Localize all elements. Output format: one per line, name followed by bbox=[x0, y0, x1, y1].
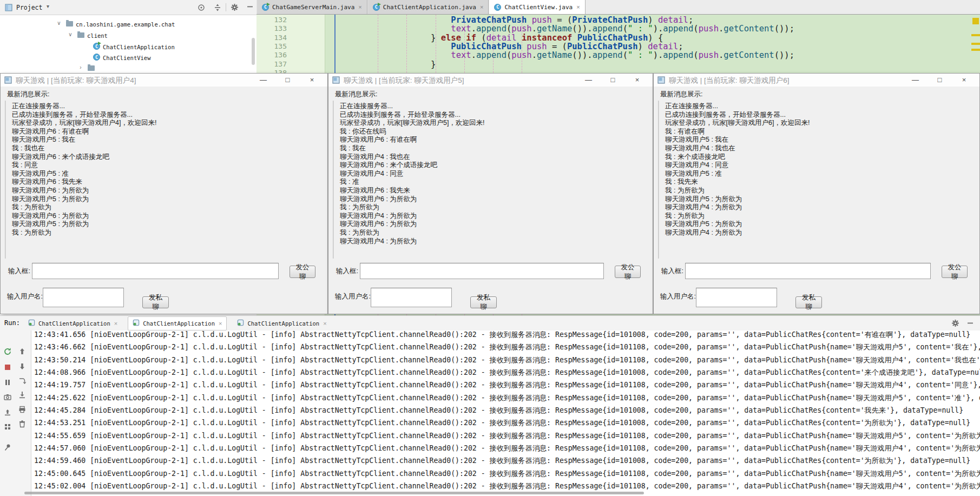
line-number: 135 bbox=[274, 42, 287, 50]
chevron-right-icon[interactable]: › bbox=[78, 64, 83, 70]
tree-item[interactable]: CChatClientView bbox=[0, 54, 256, 62]
chevron-down-icon[interactable]: ▾ bbox=[47, 3, 49, 9]
chat-message: 聊天游戏用户6 : 为所欲为 bbox=[12, 212, 156, 221]
chat-message: 已成功连接到服务器，开始登录服务器... bbox=[12, 111, 156, 120]
horizontal-scrollbar[interactable] bbox=[24, 492, 644, 494]
close-button[interactable]: × bbox=[625, 74, 649, 87]
code-token: ) { bbox=[648, 33, 663, 43]
chevron-down-icon[interactable]: ∨ bbox=[56, 20, 62, 26]
code-token: = ( bbox=[552, 15, 572, 25]
maximize-button[interactable]: □ bbox=[928, 74, 952, 87]
soft-wrap-icon[interactable] bbox=[18, 376, 27, 385]
close-icon[interactable]: × bbox=[358, 4, 361, 10]
print-icon[interactable] bbox=[18, 405, 27, 414]
username-input[interactable] bbox=[696, 288, 777, 307]
send-public-button[interactable]: 发公聊 bbox=[942, 266, 968, 278]
close-icon[interactable]: × bbox=[219, 320, 222, 327]
thread-dump-icon[interactable] bbox=[3, 393, 12, 401]
close-button[interactable]: × bbox=[300, 74, 324, 87]
console-line: 12:45:02.004 [nioEventLoopGroup-2-1] c.l… bbox=[34, 480, 980, 492]
run-tab-label: ChatClientApplication bbox=[38, 320, 110, 327]
message-input[interactable] bbox=[32, 263, 279, 279]
line-number: 137 bbox=[274, 60, 287, 68]
close-icon[interactable]: × bbox=[323, 320, 326, 327]
send-public-button[interactable]: 发公聊 bbox=[290, 266, 315, 278]
send-private-button[interactable]: 发私聊 bbox=[142, 296, 169, 308]
editor-tab-ChatClientApplication[interactable]: CChatClientApplication.java× bbox=[367, 0, 489, 14]
username-input[interactable] bbox=[371, 288, 452, 307]
close-icon[interactable]: × bbox=[480, 4, 483, 10]
window-titlebar[interactable]: 聊天游戏 | [当前玩家: 聊天游戏用户4] — □ × bbox=[1, 74, 327, 87]
restore-layout-icon[interactable] bbox=[3, 408, 12, 416]
rerun-icon[interactable] bbox=[3, 347, 12, 356]
clear-console-icon[interactable] bbox=[18, 420, 27, 428]
locate-icon[interactable] bbox=[197, 3, 206, 12]
message-input[interactable] bbox=[685, 263, 931, 279]
warning-stripe-mark[interactable] bbox=[971, 43, 980, 45]
code-token: append bbox=[476, 50, 507, 60]
down-stack-trace-icon[interactable] bbox=[18, 362, 27, 371]
username-input[interactable] bbox=[43, 288, 124, 307]
project-scrollbar[interactable] bbox=[252, 38, 255, 65]
chat-message: 聊天游戏用户5 : 准 bbox=[665, 170, 810, 178]
message-input[interactable] bbox=[360, 263, 604, 279]
tree-item[interactable]: CChatClientApplication bbox=[0, 43, 256, 51]
close-icon[interactable]: × bbox=[114, 320, 117, 327]
editor-tab-ChatGameServerMain[interactable]: CChatGameServerMain.java× bbox=[256, 0, 367, 14]
scroll-to-end-icon[interactable] bbox=[18, 391, 27, 399]
send-private-button[interactable]: 发私聊 bbox=[795, 296, 822, 308]
minimize-button[interactable]: — bbox=[251, 74, 275, 87]
gear-icon[interactable] bbox=[951, 319, 959, 329]
project-panel-title[interactable]: Project bbox=[16, 4, 42, 11]
chat-message: 聊天游戏用户4 : 我也在 bbox=[340, 153, 484, 162]
minimize-button[interactable]: — bbox=[576, 74, 601, 87]
tree-item[interactable]: ∨client bbox=[0, 31, 256, 40]
chat-message: 聊天游戏用户5 : 我在 bbox=[12, 136, 156, 144]
hide-panel-icon[interactable] bbox=[246, 2, 254, 11]
tree-item[interactable]: ∨cn.laoshini.game.example.chat bbox=[0, 20, 256, 29]
code-token: else bbox=[441, 33, 461, 43]
code-token: push bbox=[699, 24, 719, 34]
stop-icon[interactable] bbox=[3, 363, 12, 372]
pin-icon[interactable] bbox=[3, 443, 12, 452]
editor-tab-ChatClientView[interactable]: CChatClientView.java× bbox=[489, 0, 585, 14]
console[interactable]: 12:43:41.656 [nioEventLoopGroup-2-1] c.l… bbox=[31, 330, 980, 496]
run-tab[interactable]: ChatClientApplication× bbox=[128, 316, 227, 330]
settings-grid-icon[interactable] bbox=[3, 422, 12, 431]
editor-tab-label: ChatGameServerMain.java bbox=[272, 4, 354, 11]
code-line: PublicChatPush push = (PublicChatPush) d… bbox=[325, 42, 683, 51]
warning-stripe-mark[interactable] bbox=[972, 18, 979, 24]
run-tab[interactable]: ChatClientApplication× bbox=[232, 316, 331, 330]
console-line: 12:44:55.659 [nioEventLoopGroup-2-1] c.l… bbox=[34, 429, 980, 442]
minimize-button[interactable]: — bbox=[903, 74, 928, 87]
send-private-button[interactable]: 发私聊 bbox=[470, 296, 497, 308]
chevron-down-icon[interactable]: ∨ bbox=[68, 31, 73, 37]
window-titlebar[interactable]: 聊天游戏 | [当前玩家: 聊天游戏用户6] — □ × bbox=[654, 74, 979, 87]
maximize-button[interactable]: □ bbox=[601, 74, 625, 87]
code-token: detail bbox=[658, 15, 688, 25]
class-letter: C bbox=[495, 4, 501, 10]
close-icon[interactable]: × bbox=[576, 4, 580, 10]
warning-stripe-mark[interactable] bbox=[971, 34, 980, 36]
collapse-all-icon[interactable] bbox=[213, 3, 222, 12]
warning-stripe-mark[interactable] bbox=[971, 49, 980, 51]
tree-item[interactable]: › bbox=[0, 64, 256, 73]
run-panel: Run: ChatClientApplication×ChatClientApp… bbox=[0, 315, 980, 496]
up-stack-trace-icon[interactable] bbox=[18, 347, 27, 356]
gear-icon[interactable] bbox=[231, 3, 239, 12]
chat-message: 我 : 准 bbox=[340, 178, 484, 187]
send-public-button[interactable]: 发公聊 bbox=[615, 266, 641, 278]
hide-panel-icon[interactable] bbox=[966, 319, 975, 329]
chat-message: 聊天游戏用户4 : 为所欲为 bbox=[340, 212, 484, 221]
close-button[interactable]: × bbox=[952, 74, 976, 87]
window-titlebar[interactable]: 聊天游戏 | [当前玩家: 聊天游戏用户5] — □ × bbox=[328, 74, 653, 87]
code-line: } bbox=[325, 60, 436, 69]
class-icon: C bbox=[93, 43, 100, 50]
ide-root: Project ▾ ∨cn.laoshini.game.example.chat… bbox=[0, 0, 980, 496]
pause-output-icon[interactable] bbox=[3, 378, 12, 387]
console-line: 12:44:45.284 [nioEventLoopGroup-2-1] c.l… bbox=[34, 404, 980, 416]
run-tab[interactable]: ChatClientApplication× bbox=[23, 316, 122, 330]
chat-message: 聊天游戏用户5 : 为所欲为 bbox=[12, 195, 156, 204]
maximize-button[interactable]: □ bbox=[275, 74, 300, 87]
tree-item-label: ChatClientView bbox=[103, 55, 151, 61]
